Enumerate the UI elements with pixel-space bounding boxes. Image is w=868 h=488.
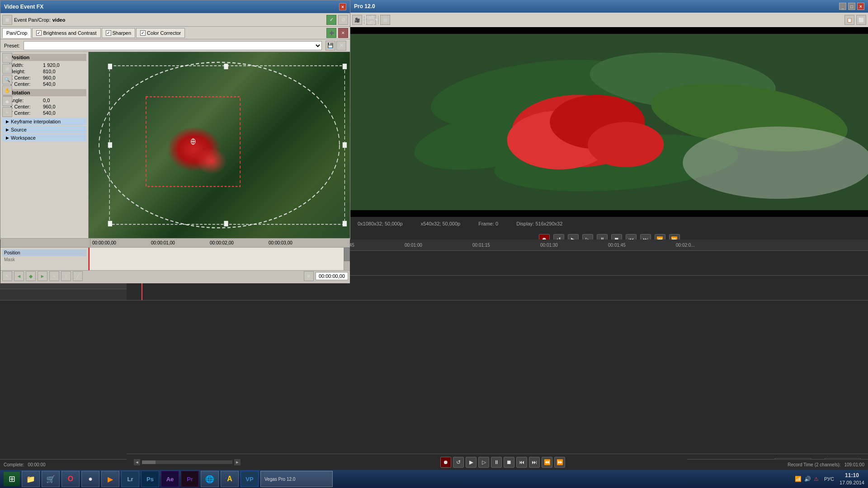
taskbar-store[interactable]: 🛒 — [42, 471, 60, 487]
date-display: 17.09.2014 — [840, 479, 864, 486]
taskbar-aftereffects[interactable]: Ae — [161, 471, 179, 487]
bottom-loop-btn[interactable]: ↺ — [453, 457, 464, 468]
rotation-header[interactable]: ▼ Rotation — [2, 89, 86, 96]
tool-pan[interactable]: ✋ — [2, 85, 12, 95]
preset-delete-icon[interactable]: ✕ — [336, 41, 346, 51]
svg-point-0 — [99, 62, 340, 228]
quality-dropdown-btn[interactable]: Draft (Full) ▼ — [366, 15, 376, 25]
keyframe-next-btn[interactable]: ► — [38, 271, 47, 281]
preset-label: Preset: — [4, 43, 20, 48]
quality-label: Draft (Full) — [363, 14, 374, 25]
sync-icon[interactable]: ⊕ — [304, 271, 314, 281]
keyframe-group[interactable]: ▶ Keyframe interpolation — [2, 118, 86, 125]
color-check[interactable]: ✓ — [140, 30, 146, 36]
taskbar-active-app[interactable]: Vegas Pro 12.0 — [260, 471, 333, 487]
preview-tool-1[interactable]: 🎥 — [352, 15, 362, 25]
taskbar-lightroom[interactable]: Lr — [121, 471, 139, 487]
position-header[interactable]: ▼ Position — [2, 54, 86, 61]
bottom-play-btn[interactable]: ▶ — [466, 457, 476, 468]
fx-enable-button[interactable]: ✓ — [326, 15, 336, 25]
vegas-preview-toolbar: 🎥 Draft (Full) ▼ ⊞ 📋 ⬜ — [350, 13, 868, 27]
taskbar-media[interactable]: ▶ — [101, 471, 119, 487]
vegas-close-btn[interactable]: × — [857, 3, 864, 10]
time-145: 00:01:45 — [608, 243, 626, 248]
tool-crop[interactable]: ⊞ — [2, 64, 12, 74]
bottom-prev2-btn[interactable]: ⏪ — [542, 457, 552, 468]
taskbar-vegas[interactable]: VP — [241, 471, 259, 487]
tab-add-icon[interactable]: ➕ — [326, 28, 336, 38]
vfx-close-button[interactable]: × — [339, 3, 346, 10]
alert-icon[interactable]: ⚠ — [814, 476, 819, 482]
scroll-right-btn[interactable]: ► — [234, 459, 241, 465]
source-group[interactable]: ▶ Source — [2, 126, 86, 133]
bottom-next2-btn[interactable]: ⏩ — [554, 457, 565, 468]
workspace-group[interactable]: ▶ Workspace — [2, 134, 86, 141]
preset-save-icon[interactable]: 💾 — [326, 41, 335, 51]
tab-color[interactable]: ✓ Color Corrector — [136, 28, 185, 38]
vegas-titlebar: Pro 12.0 _ □ × — [350, 0, 868, 13]
event-label: Event Pan/Crop: video — [14, 17, 65, 23]
brightness-label: Brightness and Contrast — [43, 30, 96, 36]
vfx-playback-toolbar: ↖ ◄ ◆ ► ≈ | ╱ ⊕ 00:00:00,00 — [0, 270, 350, 282]
svg-rect-2 — [108, 64, 112, 69]
tab-pan-crop[interactable]: Pan/Crop — [2, 28, 31, 38]
bottom-prev-btn[interactable]: ⏮ — [516, 457, 527, 468]
grid-btn[interactable]: ⊞ — [380, 15, 390, 25]
ycenter-value: 540,0 — [43, 81, 56, 87]
taskbar-explorer[interactable]: 📁 — [22, 471, 40, 487]
preview-info-2: x540x32; 50,000p — [421, 221, 460, 226]
keyframe-prev-btn[interactable]: ◄ — [14, 271, 24, 281]
tool-arrow[interactable]: ↖ — [2, 53, 12, 63]
taskbar-app6[interactable]: A — [221, 471, 239, 487]
svg-rect-26 — [350, 27, 868, 34]
rot-ycenter-row: Y Center: 540,0 — [2, 110, 86, 116]
complete-value: 00:00:00 — [28, 462, 46, 467]
tab-brightness[interactable]: ✓ Brightness and Contrast — [32, 28, 100, 38]
taskbar-premiere[interactable]: Pr — [181, 471, 199, 487]
vegas-maximize-btn[interactable]: □ — [848, 3, 855, 10]
rot-ycenter-label: Y Center: — [9, 110, 41, 116]
start-button[interactable]: ⊞ — [4, 472, 20, 486]
svg-point-25 — [683, 127, 868, 199]
keyframe-add-btn[interactable]: ◆ — [26, 271, 36, 281]
snapshot-btn[interactable]: 📋 — [844, 15, 854, 25]
bottom-stop-btn[interactable]: ⏹ — [504, 457, 514, 468]
linear-btn[interactable]: ╱ — [73, 271, 83, 281]
bottom-next-btn[interactable]: ⏭ — [529, 457, 540, 468]
taskbar-browser2[interactable]: ● — [81, 471, 99, 487]
preset-dropdown[interactable] — [24, 41, 322, 50]
scroll-left-btn[interactable]: ◄ — [134, 459, 140, 465]
toolbar-sep-2 — [378, 15, 378, 24]
smooth-btn[interactable]: ≈ — [49, 271, 59, 281]
lang-indicator[interactable]: РУС — [822, 476, 836, 482]
time-200: 00:02:0... — [676, 243, 695, 248]
quality-arrow: ▼ — [374, 17, 379, 23]
play-mode-btn[interactable]: ↖ — [2, 271, 12, 281]
vegas-minimize-btn[interactable]: _ — [839, 3, 846, 10]
volume-icon[interactable]: 🔊 — [804, 476, 811, 482]
hold-btn[interactable]: | — [61, 271, 71, 281]
taskbar-photoshop[interactable]: Ps — [141, 471, 159, 487]
tab-remove-icon[interactable]: ✕ — [338, 28, 348, 38]
tool-zoom[interactable]: 🔍 — [2, 75, 12, 84]
scroll-track[interactable] — [142, 460, 232, 464]
sharpen-check[interactable]: ✓ — [106, 30, 111, 36]
taskbar-opera[interactable]: O — [61, 471, 80, 487]
workspace-label: Workspace — [11, 135, 36, 141]
network-icon[interactable]: 📶 — [795, 476, 802, 482]
bottom-pause-btn[interactable]: ⏸ — [491, 457, 502, 468]
svg-rect-6 — [224, 64, 228, 69]
taskbar-app5[interactable]: 🌐 — [201, 471, 219, 487]
bottom-play2-btn[interactable]: ▷ — [478, 457, 489, 468]
fullscreen-btn[interactable]: ⬜ — [856, 15, 866, 25]
vegas-info-bar: 0x1080x32; 50,000p x540x32; 50,000p Fram… — [350, 217, 868, 230]
tab-sharpen[interactable]: ✓ Sharpen — [102, 28, 136, 38]
timeline-scrollbar-v[interactable] — [344, 248, 350, 270]
brightness-check[interactable]: ✓ — [36, 30, 42, 36]
bottom-record-btn[interactable]: ⏺ — [440, 457, 451, 468]
time-115: 00:01:15 — [472, 243, 490, 248]
svg-rect-3 — [343, 64, 347, 69]
tool-add[interactable]: + — [2, 107, 12, 117]
fx-bypass-button[interactable]: ⊘ — [338, 15, 348, 25]
tool-keyframe[interactable]: ◆ — [2, 96, 12, 106]
